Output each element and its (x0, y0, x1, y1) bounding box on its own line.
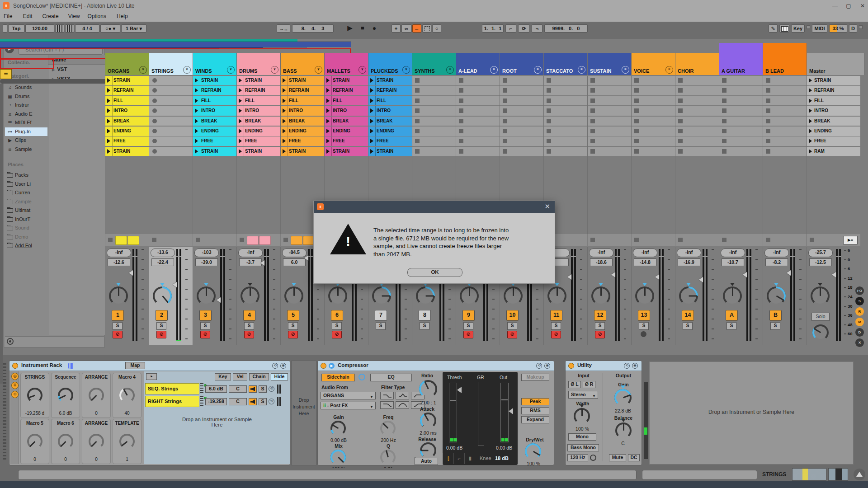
clip-slot[interactable] (456, 136, 500, 146)
peak-button[interactable]: Peak (521, 398, 549, 405)
scene-launch-icon[interactable] (809, 78, 812, 83)
clip-stop-icon[interactable] (196, 238, 200, 242)
scene-slot[interactable]: FILL (807, 96, 860, 106)
rack-toggle-icon[interactable]: ≣ (11, 382, 19, 389)
auto-release-button[interactable]: Auto (415, 458, 438, 465)
knee-value[interactable]: 18 dB (495, 455, 509, 461)
clip-slot[interactable] (675, 96, 719, 106)
clip-launch-icon[interactable] (239, 78, 242, 83)
clip-launch-icon[interactable] (370, 129, 373, 133)
session-record-button[interactable] (422, 24, 431, 33)
track-header-sustain[interactable]: SUSTAIN≡ (588, 53, 632, 75)
clip-slot[interactable] (149, 136, 193, 146)
device-on-toggle[interactable] (12, 363, 18, 369)
clip-stop-icon[interactable] (415, 88, 420, 93)
makeup-button[interactable]: Makeup (521, 374, 549, 381)
clip-slot[interactable] (500, 147, 543, 156)
clip-stop-icon[interactable] (766, 129, 770, 133)
pan-knob[interactable] (153, 286, 172, 305)
macro-knob-dial[interactable] (27, 388, 42, 403)
volume-field[interactable]: 6.0 (283, 258, 306, 266)
track-activator[interactable]: 1 (112, 310, 124, 321)
back-to-arrangement-button[interactable]: ← (412, 24, 421, 33)
mix-knob[interactable] (330, 450, 346, 465)
macro-knob-3[interactable]: ARRANGE0 (82, 373, 111, 418)
peak-level-field[interactable]: -Inf (238, 249, 263, 257)
arm-button[interactable]: ⊘ (595, 331, 605, 338)
clip-slot[interactable] (675, 136, 719, 146)
peak-level-field[interactable]: -84.5 (282, 249, 307, 257)
scene-launch-icon[interactable] (809, 99, 812, 103)
clip-slot[interactable] (763, 117, 807, 126)
scene-launch-icon[interactable] (809, 119, 812, 123)
clip-slot[interactable]: STRAIN (281, 76, 324, 85)
clip-slot[interactable]: STRAIN (105, 76, 149, 85)
clip-stop-row[interactable] (193, 234, 236, 246)
fader-handle[interactable] (655, 274, 659, 280)
clip-stop-icon[interactable] (415, 99, 420, 103)
mini-loop-cell[interactable] (115, 236, 127, 245)
track-header-mallets[interactable]: MALLETS▼ (325, 53, 368, 75)
clip-slot[interactable]: BREAK (281, 117, 324, 126)
fader-handle[interactable] (260, 260, 264, 266)
clip-slot[interactable] (675, 127, 719, 136)
track-group-icon[interactable]: ≡ (622, 66, 629, 74)
solo-button[interactable]: S (113, 322, 123, 330)
clip-slot[interactable]: FILL (368, 96, 412, 106)
clip-slot[interactable] (763, 147, 807, 156)
track-header-synths[interactable]: SYNTHS≡ (412, 53, 456, 75)
clip-stop-icon[interactable] (634, 78, 639, 83)
track-fold-icon[interactable]: ▼ (139, 66, 147, 74)
clip-stop-icon[interactable] (459, 88, 463, 93)
volume-field[interactable]: -22.4 (151, 258, 174, 266)
phase-left-button[interactable]: Ø L (568, 381, 581, 388)
clip-slot[interactable]: STRAIN (368, 147, 412, 156)
clip-stop-icon[interactable] (678, 108, 683, 113)
peak-level-field[interactable]: -Inf (721, 249, 745, 257)
clip-stop-icon[interactable] (503, 99, 507, 103)
track-group-icon[interactable]: ≡ (490, 66, 498, 74)
clip-stop-icon[interactable] (547, 99, 551, 103)
pan-knob[interactable] (328, 286, 347, 305)
clip-stop-icon[interactable] (634, 129, 639, 133)
macro-knob-2[interactable]: Sequence6.0 dB (51, 373, 80, 418)
clip-launch-icon[interactable] (195, 99, 198, 103)
clip-slot[interactable]: FREE (237, 136, 280, 146)
clip-stop-row[interactable] (149, 234, 193, 246)
chain-hotswap-icon[interactable]: ⟲ (269, 399, 274, 404)
clip-launch-icon[interactable] (326, 99, 330, 103)
filter-lowpass-button[interactable] (380, 401, 394, 409)
clip-slot[interactable] (412, 127, 456, 136)
clip-launch-icon[interactable] (283, 139, 286, 143)
arm-button[interactable] (641, 331, 646, 337)
solo-button[interactable]: S (420, 322, 429, 330)
sidechain-listen-icon[interactable] (359, 374, 365, 380)
mini-loop-cell[interactable] (127, 236, 139, 245)
clip-stop-icon[interactable] (415, 108, 420, 113)
clip-launch-icon[interactable] (195, 108, 198, 113)
device-chain-thumbnail-1[interactable] (792, 468, 826, 481)
track-group-icon[interactable]: ≡ (578, 66, 585, 74)
volume-field[interactable]: -12.5 (809, 258, 832, 266)
expand-button[interactable]: Expand (521, 416, 549, 423)
rms-button[interactable]: RMS (521, 407, 549, 414)
clip-slot[interactable]: FILL (105, 96, 149, 106)
mute-button[interactable]: Mute (609, 454, 626, 461)
chain-row-1[interactable]: SEQ. Strings6.0 dBCS⟲ (145, 383, 289, 395)
fader-handle[interactable] (699, 277, 703, 282)
clip-slot[interactable] (149, 147, 193, 156)
scene-launch-icon[interactable] (809, 149, 812, 154)
track-activator[interactable]: 8 (419, 310, 431, 321)
clip-slot[interactable] (500, 117, 543, 126)
clip-slot[interactable]: STRAIN (325, 76, 368, 85)
device-drag-strip[interactable] (3, 361, 6, 461)
ok-button[interactable]: OK (407, 268, 462, 277)
clip-slot[interactable] (675, 106, 719, 116)
clip-slot[interactable] (675, 147, 719, 156)
peak-level-field[interactable]: -Inf (677, 249, 701, 257)
clip-slot[interactable]: BREAK (193, 117, 236, 126)
clip-slot[interactable]: FILL (193, 96, 236, 106)
clip-slot[interactable] (500, 106, 543, 116)
clip-stop-icon[interactable] (152, 129, 157, 133)
clip-launch-icon[interactable] (370, 139, 373, 143)
